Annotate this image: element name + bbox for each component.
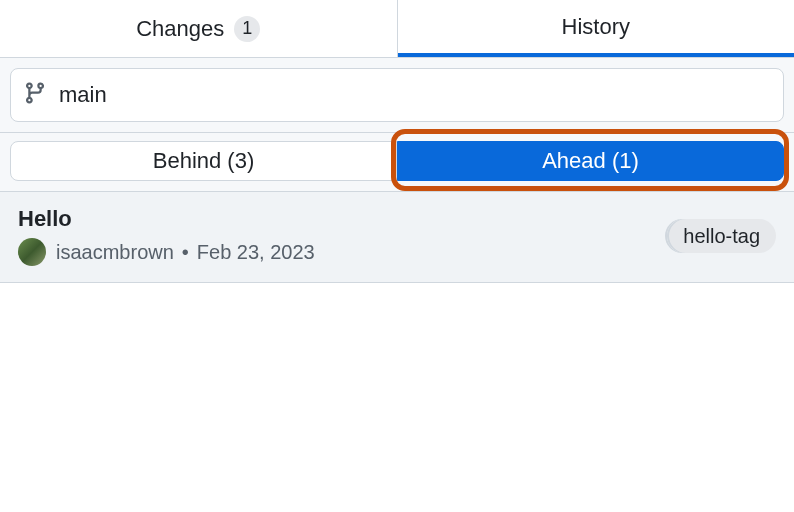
commit-author: isaacmbrown: [56, 241, 174, 264]
changes-count-badge: 1: [234, 16, 260, 42]
tag-badge-group: hello-tag: [667, 225, 776, 248]
tab-history-label: History: [562, 14, 630, 40]
tab-bar: Changes 1 History: [0, 0, 794, 58]
commit-info: Hello isaacmbrown • Feb 23, 2023: [18, 206, 667, 266]
avatar: [18, 238, 46, 266]
commit-tag[interactable]: hello-tag: [667, 219, 776, 253]
segment-behind-label: Behind (3): [153, 148, 255, 174]
branch-bar: [0, 58, 794, 133]
segment-behind[interactable]: Behind (3): [10, 141, 397, 181]
ahead-behind-segments: Behind (3) Ahead (1): [0, 133, 794, 192]
segment-ahead-label: Ahead (1): [542, 148, 639, 174]
meta-separator: •: [182, 241, 189, 264]
commit-date: Feb 23, 2023: [197, 241, 315, 264]
tab-changes-label: Changes: [136, 16, 224, 42]
commit-meta: isaacmbrown • Feb 23, 2023: [18, 238, 667, 266]
tab-history[interactable]: History: [398, 0, 795, 57]
tab-changes[interactable]: Changes 1: [0, 0, 398, 57]
segment-ahead[interactable]: Ahead (1): [397, 141, 784, 181]
branch-selector[interactable]: [10, 68, 784, 122]
git-branch-icon: [23, 81, 47, 109]
commit-item[interactable]: Hello isaacmbrown • Feb 23, 2023 hello-t…: [0, 192, 794, 283]
commit-title: Hello: [18, 206, 667, 232]
branch-input[interactable]: [59, 82, 771, 108]
